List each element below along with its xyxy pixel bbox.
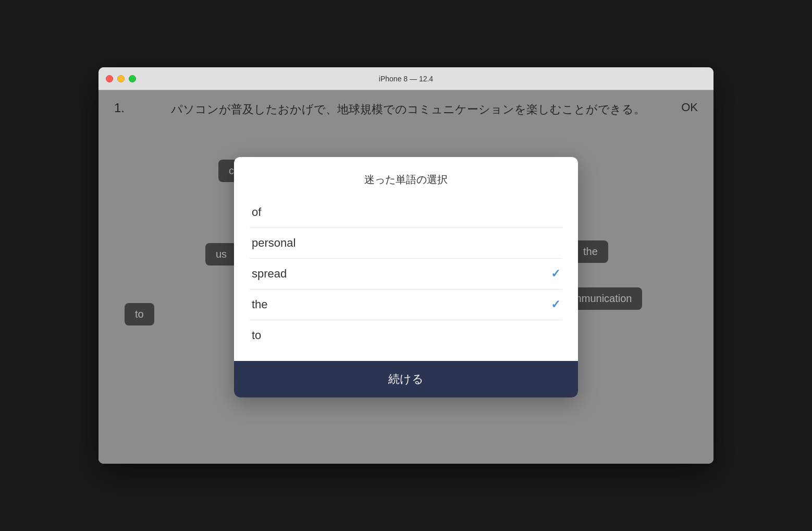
modal-item-to[interactable]: to ✓ <box>250 320 562 351</box>
traffic-lights <box>106 75 136 82</box>
modal-item-of[interactable]: of ✓ <box>250 197 562 228</box>
maximize-button[interactable] <box>129 75 136 82</box>
minimize-button[interactable] <box>117 75 125 82</box>
modal-item-to-label: to <box>252 329 261 342</box>
modal-item-personal-label: personal <box>252 236 296 250</box>
continue-button[interactable]: 続ける <box>234 361 578 397</box>
modal-item-the[interactable]: the ✓ <box>250 289 562 320</box>
modal-list: of ✓ personal ✓ spread ✓ the ✓ <box>250 197 562 351</box>
window-title: iPhone 8 — 12.4 <box>379 75 433 83</box>
close-button[interactable] <box>106 75 113 82</box>
modal-dialog: 迷った単語の選択 of ✓ personal ✓ spread ✓ <box>234 157 578 397</box>
modal-item-the-check: ✓ <box>551 298 560 311</box>
modal-overlay: 迷った単語の選択 of ✓ personal ✓ spread ✓ <box>99 90 713 464</box>
modal-item-personal[interactable]: personal ✓ <box>250 228 562 259</box>
modal-item-the-label: the <box>252 298 268 311</box>
titlebar: iPhone 8 — 12.4 <box>99 67 713 90</box>
modal-item-spread[interactable]: spread ✓ <box>250 259 562 289</box>
modal-item-spread-check: ✓ <box>551 267 560 281</box>
modal-item-of-label: of <box>252 206 261 219</box>
modal-title: 迷った単語の選択 <box>250 173 562 187</box>
modal-item-spread-label: spread <box>252 267 287 281</box>
app-window: iPhone 8 — 12.4 1. パソコンが普及したおかげで、地球規模でのコ… <box>99 67 713 464</box>
content-area: 1. パソコンが普及したおかげで、地球規模でのコミュニケーションを楽しむことがで… <box>99 90 713 464</box>
